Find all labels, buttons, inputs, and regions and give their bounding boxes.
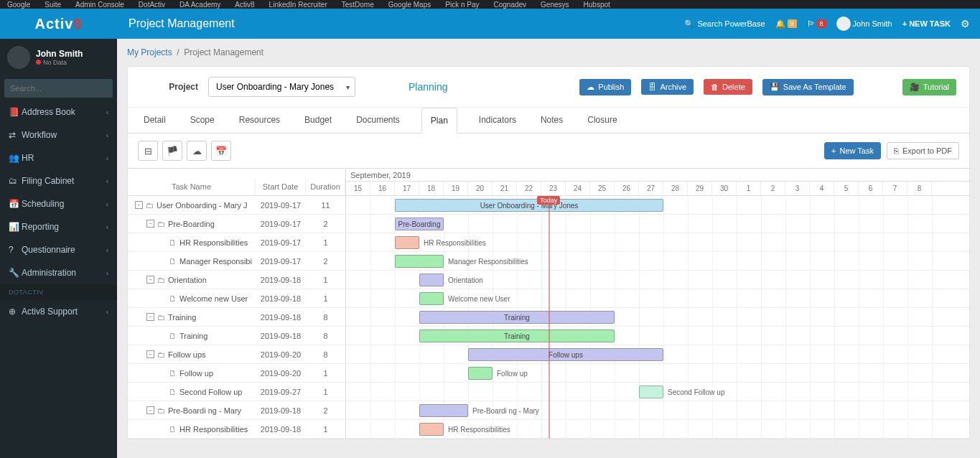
bookmark-item[interactable]: LinkedIn Recruiter bbox=[269, 1, 327, 9]
export-icon: ⎘ bbox=[894, 146, 899, 155]
tree-toggle[interactable]: - bbox=[146, 276, 154, 284]
tab-resources[interactable]: Resources bbox=[236, 108, 283, 134]
bookmark-item[interactable]: DA Academy bbox=[179, 1, 220, 9]
gantt-bar[interactable] bbox=[639, 385, 663, 398]
gantt-bar[interactable] bbox=[419, 274, 444, 286]
sidebar-item-hr[interactable]: 👥HR‹ bbox=[0, 146, 117, 169]
task-row[interactable]: 🗋Manager Responsibi2019-09-172 bbox=[128, 252, 345, 271]
tree-toggle[interactable]: - bbox=[146, 313, 154, 321]
gantt-bar[interactable] bbox=[395, 255, 444, 268]
day-header: 2 bbox=[761, 182, 785, 195]
sidebar-item-activ8-support[interactable]: ⊕Activ8 Support‹ bbox=[0, 300, 117, 323]
task-row[interactable]: -🗀Training2019-09-188 bbox=[128, 308, 345, 327]
document-icon: 🗋 bbox=[169, 425, 177, 434]
bookmark-item[interactable]: TestDome bbox=[342, 1, 374, 9]
tabs: DetailScopeResourcesBudgetDocumentsPlanI… bbox=[128, 108, 969, 134]
sidebar-item-address-book[interactable]: 📕Address Book‹ bbox=[0, 101, 117, 123]
gantt-row: Manager Responsibilities bbox=[346, 252, 969, 271]
task-row[interactable]: 🗋Follow up2019-09-201 bbox=[128, 364, 345, 383]
task-row[interactable]: 🗋Training2019-09-188 bbox=[128, 327, 345, 345]
tutorial-button[interactable]: 🎥Tutorial bbox=[902, 79, 956, 95]
breadcrumb-home[interactable]: My Projects bbox=[127, 47, 172, 57]
tab-plan[interactable]: Plan bbox=[421, 108, 457, 134]
gantt-bar[interactable]: Pre-Boarding bbox=[395, 218, 444, 230]
search-input[interactable] bbox=[4, 80, 115, 97]
task-row[interactable]: -🗀Pre-Boardi ng - Mary2019-09-182 bbox=[128, 401, 345, 420]
save-template-button[interactable]: 💾Save As Template bbox=[762, 79, 854, 95]
bookmark-item[interactable]: Admin Console bbox=[75, 1, 124, 9]
tree-toggle[interactable]: - bbox=[146, 406, 154, 414]
flag-button[interactable]: 🏴 bbox=[162, 141, 182, 161]
task-start: 2019-09-20 bbox=[256, 369, 306, 378]
search-powerbase[interactable]: 🔍 Search PowerBase bbox=[684, 19, 765, 29]
task-row[interactable]: -🗀Pre-Boarding2019-09-172 bbox=[128, 215, 345, 233]
project-select-wrap[interactable]: User Onboarding - Mary Jones ▾ bbox=[208, 77, 355, 97]
tree-toggle[interactable]: - bbox=[146, 220, 154, 228]
bookmark-item[interactable]: Cognadev bbox=[494, 1, 527, 9]
new-task-button[interactable]: +New Task bbox=[824, 142, 881, 159]
tab-indicators[interactable]: Indicators bbox=[476, 108, 519, 134]
gantt-bar[interactable]: Follow ups bbox=[468, 348, 663, 361]
export-pdf-button[interactable]: ⎘Export to PDF bbox=[887, 142, 959, 159]
gantt-bar[interactable] bbox=[419, 423, 444, 436]
notifications-button[interactable]: 🔔 9 bbox=[775, 19, 797, 29]
tab-documents[interactable]: Documents bbox=[353, 108, 403, 134]
bookmark-item[interactable]: Genesys bbox=[541, 1, 569, 9]
task-row[interactable]: 🗋Second Follow up2019-09-271 bbox=[128, 383, 345, 401]
tab-budget[interactable]: Budget bbox=[302, 108, 335, 134]
new-task-header-button[interactable]: + NEW TASK bbox=[902, 19, 951, 28]
tab-notes[interactable]: Notes bbox=[538, 108, 566, 134]
archive-button[interactable]: 🗄Archive bbox=[641, 79, 694, 95]
sidebar-user: John Smith No Data bbox=[0, 39, 117, 76]
messages-button[interactable]: 🏳 8 bbox=[807, 19, 826, 28]
task-row[interactable]: 🗋HR Responsibilities2019-09-181 bbox=[128, 420, 345, 439]
task-row[interactable]: 🗋HR Responsibilities2019-09-171 bbox=[128, 233, 345, 252]
user-menu[interactable]: John Smith bbox=[836, 17, 892, 31]
publish-button[interactable]: ☁Publish bbox=[579, 79, 631, 95]
gantt-bar[interactable]: Training bbox=[419, 330, 615, 342]
day-header: 22 bbox=[517, 182, 541, 195]
sidebar-item-workflow[interactable]: ⇄Workflow‹ bbox=[0, 123, 117, 146]
task-row[interactable]: 🗋Welcome new User2019-09-181 bbox=[128, 289, 345, 308]
tab-closure[interactable]: Closure bbox=[584, 108, 620, 134]
document-icon: 🗋 bbox=[169, 238, 177, 247]
gantt-bar[interactable]: User Onboarding - Mary Jones bbox=[395, 199, 663, 212]
tree-toggle[interactable]: - bbox=[146, 350, 154, 358]
tab-detail[interactable]: Detail bbox=[141, 108, 169, 134]
bookmark-item[interactable]: DotActiv bbox=[139, 1, 165, 9]
gear-icon[interactable]: ⚙ bbox=[961, 18, 970, 29]
sidebar-search[interactable]: 🔍 bbox=[4, 79, 113, 98]
sidebar-item-questionnaire[interactable]: ?Questionnaire‹ bbox=[0, 238, 117, 261]
gantt-bar-label: Pre-Boardi ng - Mary bbox=[468, 404, 539, 417]
task-name: HR Responsibilities bbox=[179, 238, 248, 247]
date-button[interactable]: 📅 bbox=[211, 141, 231, 161]
bookmark-item[interactable]: Google bbox=[7, 1, 30, 9]
sidebar-item-scheduling[interactable]: 📅Scheduling‹ bbox=[0, 192, 117, 215]
delete-button[interactable]: 🗑Delete bbox=[704, 79, 752, 95]
sidebar-item-filing-cabinet[interactable]: 🗂Filing Cabinet‹ bbox=[0, 169, 117, 192]
collapse-all-button[interactable]: ⊟ bbox=[138, 141, 158, 161]
project-select[interactable]: User Onboarding - Mary Jones bbox=[208, 77, 355, 97]
bookmark-item[interactable]: Pick n Pay bbox=[445, 1, 479, 9]
tab-scope[interactable]: Scope bbox=[187, 108, 218, 134]
gantt-bar[interactable]: Training bbox=[419, 311, 615, 324]
task-row[interactable]: -🗀Follow ups2019-09-208 bbox=[128, 345, 345, 364]
gantt-bar[interactable] bbox=[395, 236, 419, 249]
app-header: Activ8 Project Management 🔍 Search Power… bbox=[0, 9, 980, 39]
task-duration: 2 bbox=[306, 220, 345, 228]
gantt-bar[interactable] bbox=[419, 292, 444, 305]
gantt-timeline[interactable]: September, 2019 151617181920212223242526… bbox=[346, 169, 969, 439]
sidebar-item-administration[interactable]: 🔧Administration‹ bbox=[0, 261, 117, 284]
gantt-bar[interactable] bbox=[468, 367, 493, 380]
bookmark-item[interactable]: Suite bbox=[45, 1, 61, 9]
task-row[interactable]: -🗀User Onboarding - Mary J2019-09-1711 bbox=[128, 196, 345, 215]
task-row[interactable]: -🗀Orientation2019-09-181 bbox=[128, 271, 345, 289]
bookmark-item[interactable]: Google Maps bbox=[388, 1, 431, 9]
gantt-bar[interactable] bbox=[419, 404, 468, 417]
download-button[interactable]: ☁ bbox=[187, 141, 207, 161]
day-header: 16 bbox=[370, 182, 395, 195]
bookmark-item[interactable]: Hubspot bbox=[584, 1, 610, 9]
bookmark-item[interactable]: Activ8 bbox=[235, 1, 254, 9]
tree-toggle[interactable]: - bbox=[135, 201, 143, 209]
sidebar-item-reporting[interactable]: 📊Reporting‹ bbox=[0, 215, 117, 238]
